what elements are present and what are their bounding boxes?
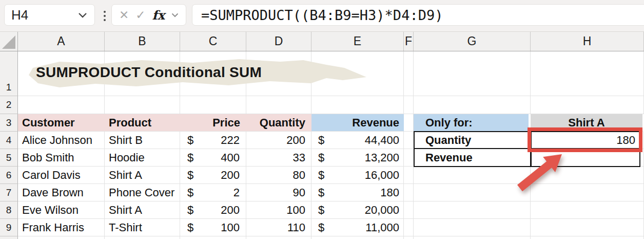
cell-G9[interactable]	[414, 219, 531, 236]
kebab-menu-icon[interactable]	[102, 9, 108, 23]
currency-symbol: $	[318, 186, 324, 199]
cell-B5[interactable]: Hoodie	[105, 149, 180, 167]
row-header-9[interactable]: 9	[0, 219, 18, 236]
row-header-5[interactable]: 5	[0, 149, 18, 167]
cell-A3-customer-header[interactable]: Customer	[18, 114, 105, 132]
cell-C2[interactable]	[180, 96, 246, 114]
cell-G1[interactable]	[414, 51, 531, 96]
column-header-e[interactable]: E	[311, 32, 404, 51]
cell-E7[interactable]: $180	[311, 184, 404, 201]
select-all-corner[interactable]	[0, 32, 18, 51]
cell-E1[interactable]	[311, 51, 404, 96]
cell-G2[interactable]	[414, 96, 531, 114]
cell-E9[interactable]: $11,000	[311, 219, 404, 236]
currency-symbol: $	[187, 204, 193, 217]
cell-H2[interactable]	[531, 96, 644, 114]
cell-E3-revenue-header[interactable]: Revenue	[311, 114, 404, 132]
cell-A8[interactable]: Eve Wilson	[18, 201, 105, 219]
row-header-4[interactable]: 4	[0, 132, 18, 149]
cell-C9[interactable]: $100	[180, 219, 246, 236]
name-box[interactable]: H4	[4, 4, 95, 26]
cell-D7[interactable]: 90	[246, 184, 311, 201]
cell-D2[interactable]	[246, 96, 311, 114]
cell-D3-quantity-header[interactable]: Quantity	[246, 114, 311, 132]
cell-G3-only-for[interactable]: Only for:	[414, 114, 531, 132]
cell-A6[interactable]: Carol Davis	[18, 167, 105, 184]
cell-A2[interactable]	[18, 96, 105, 114]
price-value: 400	[221, 151, 240, 164]
cell-F1[interactable]	[404, 51, 414, 96]
cell-H4-selected[interactable]: 180	[531, 132, 644, 149]
cell-A4[interactable]: Alice Johnson	[18, 132, 105, 149]
cell-H3-filter-value[interactable]: Shirt A	[531, 114, 644, 132]
cell-F3[interactable]	[404, 114, 414, 132]
cell-C6[interactable]: $200	[180, 167, 246, 184]
cell-B7[interactable]: Phone Cover	[105, 184, 180, 201]
chevron-down-icon[interactable]	[171, 13, 179, 17]
chevron-down-icon[interactable]	[78, 12, 87, 18]
column-header-a[interactable]: A	[18, 32, 105, 51]
cell-A7[interactable]: Dave Brown	[18, 184, 105, 201]
cancel-icon[interactable]: ✕	[119, 9, 129, 21]
enter-icon[interactable]: ✓	[135, 9, 145, 21]
cell-C5[interactable]: $400	[180, 149, 246, 167]
row-header-3[interactable]: 3	[0, 114, 18, 132]
cell-G4-quantity-label[interactable]: Quantity	[414, 132, 531, 149]
cell-H5[interactable]	[531, 149, 644, 167]
cell-H6[interactable]	[531, 167, 644, 184]
cell-F2[interactable]	[404, 96, 414, 114]
sheet-title: SUMPRODUCT Conditional SUM	[36, 64, 262, 81]
cell-G8[interactable]	[414, 201, 531, 219]
column-header-d[interactable]: D	[246, 32, 311, 51]
cell-D8[interactable]: 100	[246, 201, 311, 219]
column-header-h[interactable]: H	[531, 32, 644, 51]
cell-F6[interactable]	[404, 167, 414, 184]
column-header-g[interactable]: G	[414, 32, 531, 51]
column-header-b[interactable]: B	[105, 32, 180, 51]
cell-C7[interactable]: $2	[180, 184, 246, 201]
cell-F5[interactable]	[404, 149, 414, 167]
cell-F7[interactable]	[404, 184, 414, 201]
row-header-2[interactable]: 2	[0, 96, 18, 114]
cell-C4[interactable]: $222	[180, 132, 246, 149]
cell-A9[interactable]: Frank Harris	[18, 219, 105, 236]
cell-E8[interactable]: $20,000	[311, 201, 404, 219]
cell-D6[interactable]: 80	[246, 167, 311, 184]
cell-H1[interactable]	[531, 51, 644, 96]
cell-E4[interactable]: $44,400	[311, 132, 404, 149]
cell-C3-price-header[interactable]: Price	[180, 114, 246, 132]
cell-A5[interactable]: Bob Smith	[18, 149, 105, 167]
cell-B6[interactable]: Shirt A	[105, 167, 180, 184]
cell-F4[interactable]	[404, 132, 414, 149]
cell-F9[interactable]	[404, 219, 414, 236]
row-header-8[interactable]: 8	[0, 201, 18, 219]
cell-B4[interactable]: Shirt B	[105, 132, 180, 149]
cell-H9[interactable]	[531, 219, 644, 236]
cell-D9[interactable]: 110	[246, 219, 311, 236]
cell-B3-product-header[interactable]: Product	[105, 114, 180, 132]
cell-E6[interactable]: $16,000	[311, 167, 404, 184]
row-header-6[interactable]: 6	[0, 167, 18, 184]
cell-C8[interactable]: $200	[180, 201, 246, 219]
cell-G5-revenue-label[interactable]: Revenue	[414, 149, 531, 167]
cell-D4[interactable]: 200	[246, 132, 311, 149]
cell-H8[interactable]	[531, 201, 644, 219]
excel-window: H4 ✕ ✓ fx =SUMPRODUCT((B4:B9=H3)*D4:D9) …	[0, 0, 644, 239]
cell-E2[interactable]	[311, 96, 404, 114]
currency-symbol: $	[318, 221, 324, 234]
insert-function-icon[interactable]: fx	[152, 8, 165, 23]
cell-B2[interactable]	[105, 96, 180, 114]
cell-H7[interactable]	[531, 184, 644, 201]
formula-bar[interactable]: =SUMPRODUCT((B4:B9=H3)*D4:D9)	[192, 4, 644, 26]
column-header-c[interactable]: C	[180, 32, 246, 51]
cell-G7[interactable]	[414, 184, 531, 201]
cell-D5[interactable]: 33	[246, 149, 311, 167]
cell-G6[interactable]	[414, 167, 531, 184]
row-header-7[interactable]: 7	[0, 184, 18, 201]
cell-B8[interactable]: Shirt A	[105, 201, 180, 219]
column-header-f[interactable]: F	[404, 32, 414, 51]
row-header-1[interactable]: 1	[0, 51, 18, 96]
cell-E5[interactable]: $13,200	[311, 149, 404, 167]
cell-F8[interactable]	[404, 201, 414, 219]
cell-B9[interactable]: T-Shirt	[105, 219, 180, 236]
